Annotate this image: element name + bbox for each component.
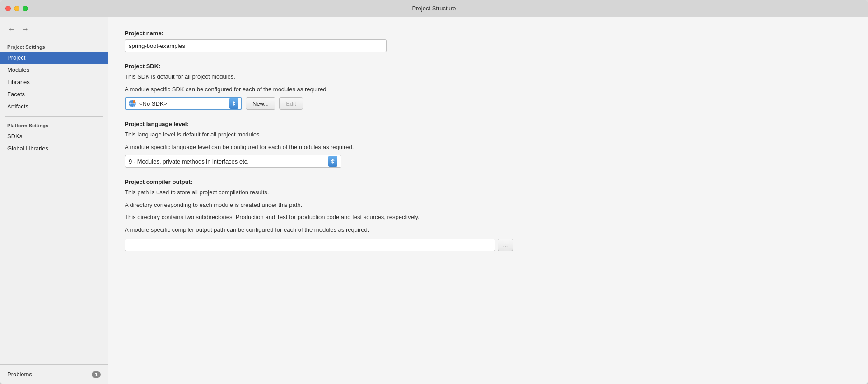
project-structure-window: Project Structure ← → Project Settings P… [0,0,868,384]
lang-dropdown[interactable]: 9 - Modules, private methods in interfac… [125,155,341,168]
sdk-label: Project SDK: [125,63,852,70]
sdk-dropdown[interactable]: <No SDK> [125,97,242,110]
sidebar-item-sdks[interactable]: SDKs [0,130,108,142]
sdk-edit-button[interactable]: Edit [279,97,303,110]
sidebar-item-libraries[interactable]: Libraries [0,76,108,88]
sidebar-item-facets[interactable]: Facets [0,88,108,100]
sdk-icon [128,99,136,108]
sdk-chevron-icon [229,98,238,109]
lang-chevron-icon [328,156,337,167]
minimize-button[interactable] [14,6,19,11]
sidebar-item-modules[interactable]: Modules [0,64,108,76]
compiler-desc4: A module specific compiler output path c… [125,225,852,234]
titlebar: Project Structure [0,0,868,17]
project-name-section: Project name: [125,30,852,52]
main-content: Project name: Project SDK: This SDK is d… [108,17,868,384]
lang-label: Project language level: [125,121,852,127]
lang-section: Project language level: This language le… [125,121,852,168]
compiler-output-row: ... [125,239,852,251]
compiler-label: Project compiler output: [125,178,852,185]
lang-desc2: A module specific language level can be … [125,143,852,152]
sidebar: ← → Project Settings Project Modules Lib… [0,17,108,384]
problems-label: Problems [7,371,92,378]
project-settings-header: Project Settings [0,42,108,52]
compiler-section: Project compiler output: This path is us… [125,178,852,251]
sdk-selected-text: <No SDK> [139,100,229,107]
lang-desc1: This language level is default for all p… [125,130,852,139]
compiler-desc3: This directory contains two subdirectori… [125,213,852,222]
compiler-path-input[interactable] [125,239,495,251]
sidebar-item-project[interactable]: Project [0,52,108,64]
platform-settings-header: Platform Settings [0,120,108,130]
sdk-desc1: This SDK is default for all project modu… [125,72,852,81]
svg-point-3 [133,100,135,103]
lang-selected-text: 9 - Modules, private methods in interfac… [129,158,327,165]
nav-arrows: ← → [0,22,108,42]
sdk-new-button[interactable]: New... [246,97,275,110]
compiler-desc1: This path is used to store all project c… [125,188,852,197]
close-button[interactable] [5,6,11,11]
sidebar-item-global-libraries[interactable]: Global Libraries [0,142,108,155]
project-name-label: Project name: [125,30,852,37]
sidebar-bottom: Problems 1 [0,364,108,384]
traffic-lights [5,6,28,11]
lang-select-row: 9 - Modules, private methods in interfac… [125,155,852,168]
back-button[interactable]: ← [6,24,17,34]
sdk-desc2: A module specific SDK can be configured … [125,85,852,94]
sdk-section: Project SDK: This SDK is default for all… [125,63,852,110]
browse-button[interactable]: ... [498,239,513,251]
window-body: ← → Project Settings Project Modules Lib… [0,17,868,384]
window-title: Project Structure [412,5,456,12]
sidebar-item-artifacts[interactable]: Artifacts [0,100,108,112]
sidebar-divider [5,116,103,117]
forward-button[interactable]: → [20,24,31,34]
compiler-desc2: A directory corresponding to each module… [125,201,852,210]
problems-row[interactable]: Problems 1 [0,368,108,380]
sdk-row: <No SDK> New... Edit [125,97,852,110]
maximize-button[interactable] [23,6,28,11]
problems-badge: 1 [92,371,101,378]
project-name-input[interactable] [125,39,387,52]
